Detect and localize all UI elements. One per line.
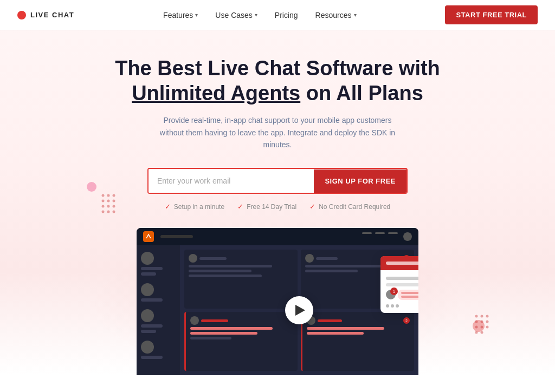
signup-button[interactable]: SIGN UP FOR FREE xyxy=(314,169,406,193)
svg-point-6 xyxy=(102,205,105,208)
svg-point-19 xyxy=(481,326,483,329)
notification-badge: 1 xyxy=(390,288,398,295)
nav-features[interactable]: Features ▾ xyxy=(163,11,198,19)
svg-point-2 xyxy=(113,194,115,197)
svg-point-13 xyxy=(481,315,483,318)
app-window: 1 xyxy=(137,228,418,375)
trust-badge-no-card: ✓ No Credit Card Required xyxy=(309,202,390,211)
svg-point-3 xyxy=(102,200,105,202)
sidebar-agent-1 xyxy=(141,252,176,276)
svg-point-8 xyxy=(113,205,115,208)
start-trial-button[interactable]: START FREE TRIAL xyxy=(445,5,538,24)
avatar xyxy=(190,316,199,325)
check-icon: ✓ xyxy=(237,202,243,211)
nav-links: Features ▾ Use Cases ▾ Pricing Resources… xyxy=(163,11,356,19)
svg-point-9 xyxy=(102,211,105,213)
svg-point-7 xyxy=(107,205,110,208)
svg-point-10 xyxy=(107,211,110,213)
play-icon xyxy=(295,305,305,316)
app-main-panel: 1 xyxy=(180,245,418,375)
email-signup-form: SIGN UP FOR FREE xyxy=(147,168,408,194)
logo[interactable]: LIVE CHAT xyxy=(17,11,74,19)
window-control-maximize[interactable] xyxy=(375,232,385,234)
svg-point-16 xyxy=(481,321,483,323)
notification-badge: 2 xyxy=(403,317,410,324)
trust-badge-trial: ✓ Free 14 Day Trial xyxy=(237,202,296,211)
nav-resources[interactable]: Resources ▾ xyxy=(315,11,357,19)
trust-badge-setup: ✓ Setup in a minute xyxy=(165,202,224,211)
window-titlebar xyxy=(137,228,418,245)
avatar xyxy=(141,283,154,296)
svg-point-20 xyxy=(486,326,489,329)
svg-point-0 xyxy=(102,194,105,197)
avatar xyxy=(141,252,154,265)
chat-popup: 1 xyxy=(380,256,418,313)
email-input[interactable] xyxy=(149,169,314,193)
nav-pricing[interactable]: Pricing xyxy=(275,11,298,19)
chevron-down-icon: ▾ xyxy=(255,12,257,18)
hero-title: The Best Live Chat Software with Unlimit… xyxy=(11,56,544,106)
decorative-dots-right xyxy=(474,313,501,343)
svg-point-11 xyxy=(113,211,115,213)
svg-point-5 xyxy=(113,200,115,202)
typing-indicator xyxy=(386,304,418,308)
message-bubble xyxy=(398,290,418,300)
nav-use-cases[interactable]: Use Cases ▾ xyxy=(215,11,257,19)
window-control-close[interactable] xyxy=(388,232,398,234)
avatar xyxy=(305,254,314,263)
chevron-down-icon: ▾ xyxy=(195,12,198,18)
hero-subtitle: Provide real-time, in-app chat support t… xyxy=(153,114,402,151)
decorative-dots-left xyxy=(100,193,127,222)
sidebar-agent-4 xyxy=(141,341,176,359)
logo-icon xyxy=(17,11,26,19)
title-bar-text xyxy=(160,235,193,238)
svg-point-14 xyxy=(486,315,489,318)
play-button[interactable] xyxy=(285,296,313,324)
chevron-down-icon: ▾ xyxy=(354,12,357,18)
window-settings-icon[interactable] xyxy=(403,232,412,241)
window-control-minimize[interactable] xyxy=(362,232,372,234)
check-icon: ✓ xyxy=(309,202,315,211)
sidebar-agent-3 xyxy=(141,309,176,333)
decorative-blob-left xyxy=(87,182,96,192)
chat-card-4: 2 xyxy=(301,312,414,371)
svg-point-15 xyxy=(475,321,478,323)
sidebar-agent-2 xyxy=(141,283,176,302)
svg-point-4 xyxy=(107,200,110,202)
trust-badges: ✓ Setup in a minute ✓ Free 14 Day Trial … xyxy=(11,202,544,211)
product-mockup: 1 xyxy=(137,228,418,375)
svg-point-1 xyxy=(107,194,110,197)
svg-point-21 xyxy=(475,331,478,334)
logo-text: LIVE CHAT xyxy=(30,11,74,19)
navigation: LIVE CHAT Features ▾ Use Cases ▾ Pricing… xyxy=(0,0,555,30)
svg-point-12 xyxy=(475,315,478,318)
svg-point-17 xyxy=(486,321,489,323)
svg-point-22 xyxy=(481,331,483,334)
app-body: 1 xyxy=(137,245,418,375)
app-sidebar xyxy=(137,245,180,375)
chat-message: 1 xyxy=(386,290,418,300)
app-logo-icon xyxy=(143,231,154,242)
avatar xyxy=(189,254,197,263)
window-controls xyxy=(362,232,412,241)
avatar xyxy=(141,309,154,322)
hero-section: The Best Live Chat Software with Unlimit… xyxy=(0,30,555,375)
check-icon: ✓ xyxy=(165,202,171,211)
popup-header xyxy=(380,256,418,270)
avatar xyxy=(141,341,154,354)
chat-card-3 xyxy=(184,312,298,371)
svg-point-18 xyxy=(475,326,478,329)
chat-card-1 xyxy=(184,250,298,309)
